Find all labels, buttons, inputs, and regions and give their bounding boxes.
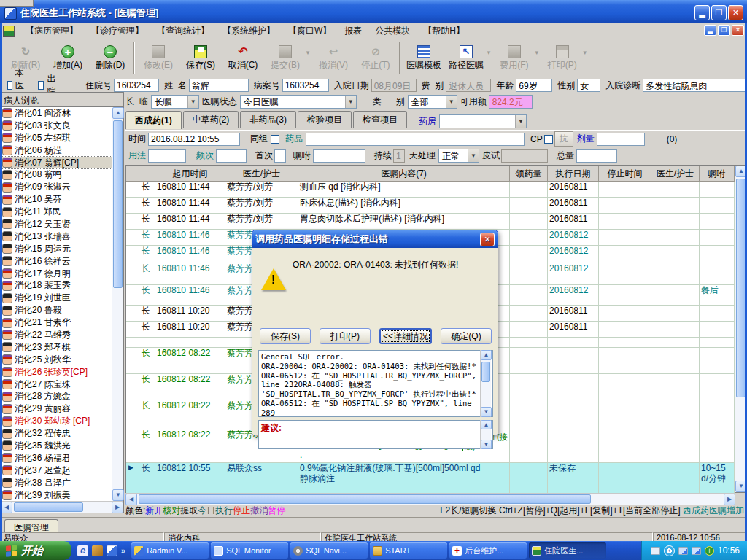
patient-list-item[interactable]: 消化17 徐月明 [1, 268, 112, 280]
day-process-select[interactable]: 正常▼ [438, 149, 479, 163]
scroll-right-icon[interactable]: ▶ [724, 494, 735, 505]
restore-icon[interactable]: ❐ [711, 5, 727, 20]
dropdown-arrow-icon[interactable]: ▼ [305, 50, 311, 56]
suggestion-scrollbar[interactable]: ▲ ▼ [480, 420, 491, 449]
chevron-down-icon[interactable]: ▼ [446, 96, 457, 108]
table-row[interactable]: ▶长160812 10:55易联众ss0.9%氯化钠注射液(玻璃.丁基)[500… [126, 463, 746, 495]
scroll-up-icon[interactable]: ▲ [481, 350, 492, 360]
column-header-2[interactable]: 起用时间 [155, 166, 225, 182]
chevron-down-icon[interactable]: ▼ [345, 96, 356, 108]
patient-list-item[interactable]: 消化25 刘秋华 [1, 354, 112, 366]
menu-item-1[interactable]: 【诊疗管理】 [85, 23, 150, 39]
patient-list-item[interactable]: 消化29 黄丽容 [1, 402, 112, 415]
advice-input[interactable] [313, 149, 365, 163]
patient-list-item[interactable]: 消化22 马维秀 [1, 329, 112, 341]
patient-list-item[interactable]: 消化13 张瑞喜 [1, 230, 112, 243]
order-type-select[interactable]: 长嘱▼ [151, 95, 199, 109]
ok-button[interactable]: 确定(Q) [441, 328, 492, 344]
tab-3[interactable]: 检验项目 [298, 111, 352, 128]
field-input[interactable]: 女 [577, 79, 600, 92]
patient-list-item[interactable]: 消化38 吕泽广 [1, 477, 112, 489]
patient-list-item[interactable]: 消化32 程传忠 [1, 427, 112, 440]
tab-1[interactable]: 中草药(2) [183, 111, 239, 128]
toolbar-cancel-button[interactable]: ↶取消(C) [222, 42, 264, 75]
patient-list-item[interactable]: 消化30 郑幼珍 [CP] [1, 415, 112, 427]
patient-list-item[interactable]: 消化23 郑孝棋 [1, 341, 112, 354]
skin-test-input[interactable] [501, 149, 548, 163]
network-icon[interactable] [678, 547, 688, 555]
anti-button[interactable]: 抗 [554, 131, 573, 147]
table-row[interactable]: 长160810 11:44蔡芳芳/刘芳测血压 qd [消化内科]20160811 [126, 182, 746, 198]
checkbox-icon[interactable] [7, 81, 12, 90]
scroll-down-icon[interactable]: ▼ [112, 489, 124, 501]
save-button[interactable]: 保存(S) [260, 328, 311, 344]
chevron-down-icon[interactable]: ▼ [515, 115, 526, 128]
menu-item-2[interactable]: 【查询统计】 [150, 23, 216, 39]
ie-icon[interactable]: e [77, 545, 88, 556]
patient-list-item[interactable]: 消化36 杨福君 [1, 452, 112, 464]
start-button[interactable]: 开始 [0, 541, 71, 560]
dropdown-arrow-icon[interactable]: ▼ [486, 50, 492, 56]
tab-4[interactable]: 检查项目 [353, 111, 407, 128]
table-row[interactable]: 长160810 11:44蔡芳芳/刘芳卧床休息(描述) [消化内科]201608… [126, 198, 746, 214]
time-input[interactable]: 2016.08.12 10:55 [148, 133, 240, 146]
taskbar-task-radmin[interactable]: Radmin V... [131, 542, 209, 559]
taskbar-task-hospital[interactable]: 住院医生... [529, 542, 606, 559]
scroll-down-icon[interactable]: ▼ [481, 440, 492, 449]
patient-list-item[interactable]: 消化28 方婉金 [1, 390, 112, 402]
patient-list-item[interactable]: 消化15 周运元 [1, 243, 112, 255]
keyboard-layout-icon[interactable] [651, 547, 660, 555]
dropdown-arrow-icon[interactable]: ▼ [582, 50, 588, 56]
patient-list-item[interactable]: 消化21 甘素华 [1, 316, 112, 329]
toolbar-save-button[interactable]: 保存(S) [179, 42, 222, 75]
freq-input[interactable] [216, 149, 247, 163]
patient-list-item[interactable]: 消化12 吴玉贤 [1, 218, 112, 230]
patient-list-item[interactable]: 消化20 鲁毅 [1, 304, 112, 316]
orders-hscrollbar[interactable]: ◀ ▶ [125, 493, 735, 505]
column-header-8[interactable]: 医生/护士 [651, 166, 700, 182]
chevron-down-icon[interactable]: ▼ [468, 149, 479, 162]
column-header-6[interactable]: 执行日期 [548, 166, 599, 182]
patient-list-item[interactable]: 消化09 张淑云 [1, 181, 112, 193]
column-header-5[interactable]: 领药量 [510, 166, 548, 182]
pharmacy-select[interactable]: ▼ [439, 114, 527, 128]
patient-list-item[interactable]: 消化11 郑民 [1, 206, 112, 218]
scroll-right-icon[interactable]: ▶ [112, 502, 123, 513]
scroll-thumb[interactable] [113, 120, 123, 288]
scroll-thumb[interactable] [139, 494, 591, 504]
tab-2[interactable]: 非药品(3) [240, 111, 296, 128]
checkbox-icon[interactable] [38, 81, 44, 90]
column-header-1[interactable] [136, 166, 155, 182]
toolbar-template-button[interactable]: 医嘱模板 [403, 42, 445, 75]
table-row[interactable]: 长160810 11:44蔡芳芳/刘芳胃息肉切除术后护理(描述) [消化内科]2… [126, 214, 746, 230]
column-header-4[interactable]: 医嘱内容(7) [298, 166, 510, 182]
app-launcher-icon[interactable] [92, 545, 103, 556]
child-close-icon[interactable]: ✕ [732, 25, 744, 36]
child-minimize-icon[interactable]: ▂ [704, 25, 716, 36]
field-input[interactable]: 69岁 [516, 79, 552, 92]
tray-collapse-icon[interactable]: ‹ [664, 545, 675, 556]
patient-list-item[interactable]: 消化39 刘振美 [1, 489, 112, 501]
total-input[interactable] [576, 149, 617, 163]
drug-input[interactable] [306, 133, 525, 146]
category-select[interactable]: 全部▼ [408, 95, 457, 109]
dropdown-arrow-icon[interactable]: ▼ [534, 50, 540, 56]
taskbar-task-monitor[interactable]: SQL Monitor [211, 542, 288, 559]
patient-list-item[interactable]: 消化05 左绍琪 [1, 132, 112, 144]
field-input[interactable]: 多发性结肠息肉 [643, 79, 747, 92]
first-input[interactable] [274, 149, 286, 163]
toolbar-path-button[interactable]: ↖路径医嘱 [445, 42, 487, 75]
network-icon[interactable] [692, 547, 701, 555]
dialog-close-icon[interactable]: ✕ [480, 233, 495, 246]
safety-icon[interactable]: + [705, 546, 714, 556]
patient-list-item[interactable]: 消化08 翁鸣 [1, 168, 112, 181]
column-header-9[interactable]: 嘱咐 [700, 166, 735, 182]
column-header-3[interactable]: 医生/护士 [225, 166, 298, 182]
scroll-left-icon[interactable]: ◀ [1, 502, 12, 513]
close-icon[interactable]: ✕ [728, 5, 743, 20]
dose-input[interactable] [597, 133, 645, 146]
tab-0[interactable]: 西成药(1) [125, 111, 182, 129]
show-desktop-icon[interactable] [107, 545, 117, 556]
scroll-thumb[interactable] [481, 362, 490, 382]
scroll-down-icon[interactable]: ▼ [481, 407, 492, 417]
